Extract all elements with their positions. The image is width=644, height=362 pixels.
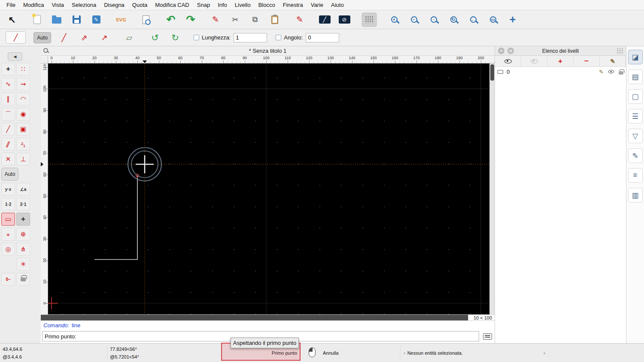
snap-selected-entity[interactable]: ▭ <box>1 213 15 226</box>
tool-polyline-segments[interactable]: ⇝ <box>16 78 30 90</box>
line-mode-angle[interactable]: ↗ <box>97 31 112 44</box>
menu-item[interactable]: Vista <box>48 2 68 8</box>
coord-angle[interactable]: ∠a <box>16 183 30 196</box>
restrict-lock-zero[interactable]: 0– <box>1 273 15 286</box>
zoom-redraw-button[interactable]: ↻ <box>446 12 461 27</box>
length-input[interactable] <box>234 33 267 42</box>
hide-all-layers-button[interactable] <box>521 56 547 66</box>
menu-item[interactable]: Livello <box>231 2 255 8</box>
copy-button[interactable]: ⧉ <box>247 12 263 27</box>
snap-lock[interactable] <box>16 273 30 286</box>
tool-tangent-arc[interactable]: ⌒ <box>1 108 15 121</box>
library-browser-panel-button[interactable]: ✎ <box>628 148 643 163</box>
view-list-panel-button[interactable]: ☰ <box>628 109 643 124</box>
redo-segment-button[interactable]: ↻ <box>168 31 182 44</box>
layer-visibility-icon[interactable] <box>608 70 614 73</box>
drawing-canvas[interactable] <box>48 63 489 314</box>
menu-item[interactable]: Seleziona <box>68 2 100 8</box>
snap-center[interactable]: ⊕ <box>16 228 30 241</box>
line-mode-two-points[interactable]: ╱ <box>57 31 71 44</box>
snap-free[interactable]: + <box>16 213 30 226</box>
print-preview-button[interactable] <box>138 12 154 27</box>
select-cursor-button[interactable]: ↖ <box>4 12 20 27</box>
property-editor-panel-button[interactable]: ◪ <box>628 50 643 64</box>
line-selection-button[interactable]: ╱ <box>317 12 332 27</box>
snap-grid-points[interactable]: + <box>1 228 15 241</box>
tool-parallel-lines[interactable]: ∥ <box>1 93 15 106</box>
remove-layer-button[interactable]: − <box>574 56 600 66</box>
coord-cartesian[interactable]: y·x <box>1 183 15 196</box>
current-tool-indicator[interactable]: ╱ <box>6 31 26 44</box>
edit-layer-button[interactable]: ✎ <box>600 56 626 66</box>
tool-perpendicular[interactable]: ⊥ <box>16 153 30 166</box>
zoom-previous-button[interactable]: ← <box>465 12 481 27</box>
tool-point[interactable]: + <box>1 63 15 75</box>
menu-item[interactable]: Aiuto <box>327 2 348 8</box>
layer-list-panel-button[interactable]: ▤ <box>628 69 643 84</box>
angle-checkbox[interactable] <box>276 35 281 40</box>
menu-item[interactable]: Varie <box>307 2 327 8</box>
tool-line-endpoint[interactable]: ╱ <box>1 123 15 136</box>
menu-item[interactable]: Info <box>214 2 231 8</box>
zoom-in-button[interactable]: + <box>386 12 402 27</box>
layer-edit-icon[interactable]: ✎ <box>599 69 604 75</box>
palette-collapse-button[interactable]: ◀ <box>8 52 22 61</box>
add-layer-button[interactable]: + <box>547 56 574 66</box>
undo-segment-button[interactable]: ↺ <box>148 31 162 44</box>
panel-drag-grip[interactable] <box>617 48 623 54</box>
cut-button[interactable]: ✂ <box>228 12 243 27</box>
grid-toggle-button[interactable] <box>361 12 377 27</box>
delete-button[interactable]: ✎ <box>208 12 223 27</box>
menu-item[interactable]: Quota <box>128 2 151 8</box>
menu-item[interactable]: Disegna <box>100 2 128 8</box>
angle-input[interactable] <box>306 33 339 42</box>
tool-point-grid[interactable]: ∷ <box>16 63 30 75</box>
console-toggle-icon[interactable] <box>483 333 492 340</box>
paste-button[interactable] <box>267 12 283 27</box>
tool-hatch-lines[interactable]: ∥ <box>1 138 15 151</box>
ellipse-selection-button[interactable]: ⊘ <box>337 12 352 27</box>
clipboard-panel-button[interactable]: ▥ <box>628 188 643 202</box>
auto-mode-button[interactable]: Auto <box>33 32 51 43</box>
auto-snap-button[interactable]: Auto <box>1 168 18 181</box>
snap-auto-intersection[interactable]: ✳ <box>16 258 30 271</box>
save-button[interactable] <box>69 12 84 27</box>
new-file-button[interactable] <box>29 12 45 27</box>
menu-item[interactable]: Blocco <box>255 2 279 8</box>
tool-rect-corner[interactable]: ▣ <box>16 123 30 136</box>
horizontal-scrollbar[interactable]: 10 < 100 <box>41 314 495 320</box>
line-mode-segments[interactable]: ⇗ <box>77 31 91 44</box>
menu-item[interactable]: File <box>3 2 19 8</box>
horizontal-scroll-thumb[interactable] <box>41 315 468 320</box>
coord-relative-1-2[interactable]: 1·2 <box>1 198 15 211</box>
zoom-window-button[interactable]: ▭ <box>485 12 501 27</box>
menu-item[interactable]: Modifica CAD <box>151 2 193 8</box>
redo-button[interactable]: ↷ <box>183 12 198 27</box>
tool-circle-center[interactable]: ◉ <box>16 108 30 121</box>
layer-lock-icon[interactable] <box>619 71 623 75</box>
selection-filter-panel-button[interactable]: ▽ <box>628 129 643 143</box>
zoom-out-button[interactable]: − <box>406 12 422 27</box>
length-checkbox[interactable] <box>194 35 199 40</box>
tool-line-cross[interactable]: ✕ <box>1 153 15 166</box>
menu-item[interactable]: Modifica <box>19 2 48 8</box>
tool-arc-endpoint[interactable]: ◠ <box>16 93 30 106</box>
block-list-panel-button[interactable]: ▢ <box>628 89 643 104</box>
command-history-panel-button[interactable]: ≡ <box>628 168 643 183</box>
show-all-layers-button[interactable] <box>495 56 521 66</box>
zoom-auto-button[interactable]: ▫ <box>426 12 441 27</box>
pen-edit-button[interactable]: ✎ <box>292 12 307 27</box>
vertical-scroll-thumb[interactable] <box>490 64 494 81</box>
coord-relative-2-1[interactable]: 2·1 <box>16 198 30 211</box>
snap-angle-rays[interactable]: ⋔ <box>16 243 30 256</box>
pan-button[interactable]: + <box>505 12 520 27</box>
edit-drawing-button[interactable]: ✎ <box>88 12 104 27</box>
vertical-scrollbar[interactable] <box>489 63 495 314</box>
menu-item[interactable]: Snap <box>193 2 214 8</box>
snap-endpoint[interactable]: ◎ <box>1 243 15 256</box>
tool-sequence-2-1[interactable]: ²₁ <box>16 138 30 151</box>
menu-item[interactable]: Finestra <box>279 2 307 8</box>
tool-spline-points[interactable]: ∿ <box>1 78 15 90</box>
undo-button[interactable]: ↶ <box>163 12 179 27</box>
layer-row[interactable]: 0 ✎ <box>495 67 626 76</box>
